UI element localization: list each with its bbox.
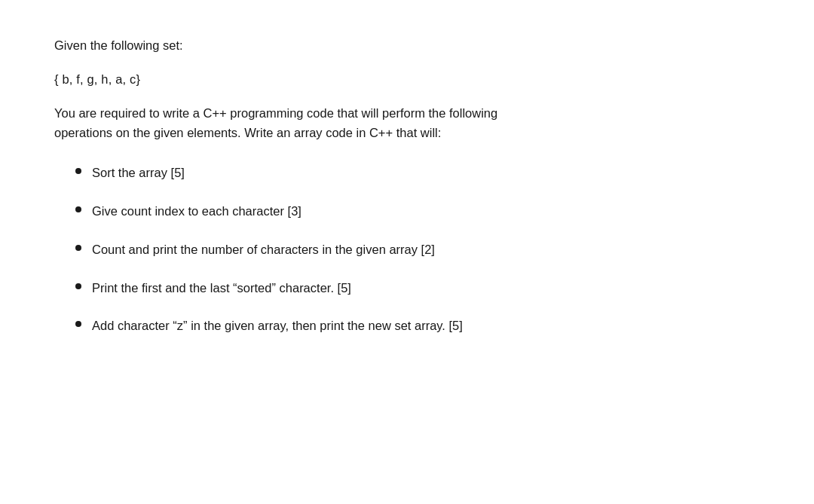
task-item-4: Print the first and the last “sorted” ch… bbox=[75, 279, 624, 298]
page-container: Given the following set: { b, f, g, h, a… bbox=[0, 0, 678, 391]
bullet-icon bbox=[75, 245, 81, 251]
task-item-5: Add character “z” in the given array, th… bbox=[75, 316, 624, 335]
task-content-2: Give count index to each character [3] bbox=[92, 202, 624, 221]
set-text: { b, f, g, h, a, c} bbox=[54, 72, 624, 87]
task-content-4: Print the first and the last “sorted” ch… bbox=[92, 279, 624, 298]
description-text: You are required to write a C++ programm… bbox=[54, 103, 624, 143]
intro-text: Given the following set: bbox=[54, 36, 624, 56]
task-item-1: Sort the array [5] bbox=[75, 163, 624, 182]
task-item-3: Count and print the number of characters… bbox=[75, 240, 624, 259]
description-line1: You are required to write a C++ programm… bbox=[54, 106, 497, 120]
task-item-2: Give count index to each character [3] bbox=[75, 202, 624, 221]
task-list: Sort the array [5]Give count index to ea… bbox=[75, 163, 624, 335]
task-content-1: Sort the array [5] bbox=[92, 163, 624, 182]
description-line2: operations on the given elements. Write … bbox=[54, 126, 441, 139]
bullet-icon bbox=[75, 283, 81, 289]
bullet-icon bbox=[75, 321, 81, 327]
bullet-icon bbox=[75, 206, 81, 212]
bullet-icon bbox=[75, 168, 81, 174]
task-content-5: Add character “z” in the given array, th… bbox=[92, 316, 624, 335]
task-content-3: Count and print the number of characters… bbox=[92, 240, 624, 259]
